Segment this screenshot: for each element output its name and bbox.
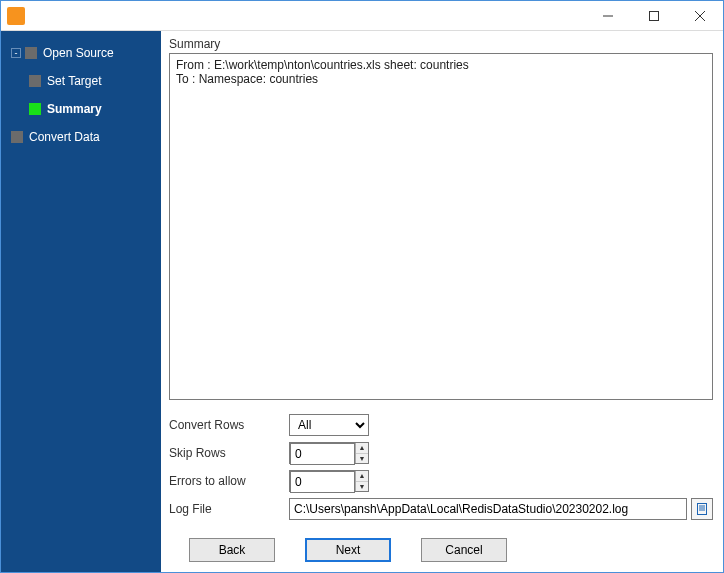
titlebar bbox=[1, 1, 723, 31]
maximize-icon bbox=[649, 11, 659, 21]
next-button[interactable]: Next bbox=[305, 538, 391, 562]
skip-rows-label: Skip Rows bbox=[169, 446, 289, 460]
open-log-button[interactable] bbox=[691, 498, 713, 520]
convert-rows-label: Convert Rows bbox=[169, 418, 289, 432]
step-open-source[interactable]: - Open Source bbox=[1, 39, 161, 67]
step-label: Convert Data bbox=[29, 130, 100, 144]
back-button[interactable]: Back bbox=[189, 538, 275, 562]
close-icon bbox=[695, 11, 705, 21]
options-form: Convert Rows All Skip Rows ▲ ▼ bbox=[169, 412, 713, 524]
step-summary[interactable]: Summary bbox=[1, 95, 161, 123]
minimize-button[interactable] bbox=[585, 1, 631, 31]
errors-allow-spinner[interactable]: ▲ ▼ bbox=[289, 470, 369, 492]
summary-textarea[interactable]: From : E:\work\temp\nton\countries.xls s… bbox=[169, 53, 713, 400]
cancel-button[interactable]: Cancel bbox=[421, 538, 507, 562]
convert-rows-select[interactable]: All bbox=[289, 414, 369, 436]
main-panel: Summary From : E:\work\temp\nton\countri… bbox=[161, 31, 723, 572]
wizard-buttons: Back Next Cancel bbox=[169, 524, 713, 562]
spin-down-icon[interactable]: ▼ bbox=[356, 482, 368, 492]
spin-up-icon[interactable]: ▲ bbox=[356, 443, 368, 454]
spin-down-icon[interactable]: ▼ bbox=[356, 454, 368, 464]
close-button[interactable] bbox=[677, 1, 723, 31]
section-title: Summary bbox=[169, 37, 713, 51]
step-convert-data[interactable]: Convert Data bbox=[1, 123, 161, 151]
step-status-icon bbox=[29, 75, 41, 87]
skip-rows-input[interactable] bbox=[290, 443, 355, 465]
app-icon bbox=[7, 7, 25, 25]
wizard-window: - Open Source Set Target Summary Convert… bbox=[0, 0, 724, 573]
step-label: Summary bbox=[47, 102, 102, 116]
errors-allow-label: Errors to allow bbox=[169, 474, 289, 488]
step-status-icon bbox=[25, 47, 37, 59]
step-label: Set Target bbox=[47, 74, 101, 88]
step-label: Open Source bbox=[43, 46, 114, 60]
svg-rect-1 bbox=[650, 11, 659, 20]
errors-allow-input[interactable] bbox=[290, 471, 355, 493]
spin-up-icon[interactable]: ▲ bbox=[356, 471, 368, 482]
tree-collapse-icon[interactable]: - bbox=[11, 48, 21, 58]
wizard-steps-sidebar: - Open Source Set Target Summary Convert… bbox=[1, 31, 161, 572]
maximize-button[interactable] bbox=[631, 1, 677, 31]
logfile-input[interactable] bbox=[289, 498, 687, 520]
svg-rect-4 bbox=[698, 504, 707, 515]
step-set-target[interactable]: Set Target bbox=[1, 67, 161, 95]
step-status-icon bbox=[11, 131, 23, 143]
step-status-icon bbox=[29, 103, 41, 115]
logfile-label: Log File bbox=[169, 502, 289, 516]
minimize-icon bbox=[603, 11, 613, 21]
document-icon bbox=[696, 503, 708, 515]
skip-rows-spinner[interactable]: ▲ ▼ bbox=[289, 442, 369, 464]
